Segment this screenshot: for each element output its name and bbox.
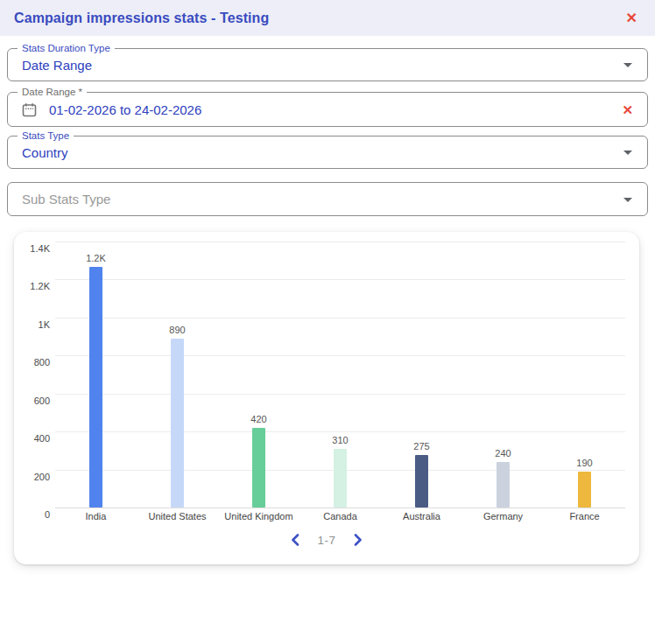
date-range-field[interactable]: Date Range * 01-02-2026 to 24-02-2026 ✕ (7, 92, 648, 127)
x-axis-category-label: United Kingdom (218, 511, 300, 522)
x-axis-category-label: France (544, 511, 626, 522)
gridline (55, 318, 625, 318)
bar-canada[interactable] (334, 449, 347, 508)
bar-germany[interactable] (497, 462, 510, 508)
x-axis-category-label: Canada (299, 511, 382, 522)
stats-type-value: Country (22, 145, 68, 160)
bar-australia[interactable] (415, 455, 428, 508)
calendar-icon[interactable] (22, 102, 37, 117)
date-range-value: 01-02-2026 to 24-02-2026 (49, 102, 201, 117)
date-range-label: Date Range * (18, 87, 87, 98)
clear-date-icon[interactable]: ✕ (622, 103, 633, 116)
chevron-down-icon[interactable] (623, 198, 632, 202)
stats-type-label: Stats Type (18, 130, 74, 142)
y-axis-tick-label: 600 (17, 396, 50, 406)
gridline (55, 355, 625, 356)
gridline (55, 242, 625, 242)
y-axis-tick-label: 800 (17, 357, 50, 368)
bar-value-label: 190 (559, 458, 611, 468)
chevron-down-icon[interactable] (623, 63, 632, 67)
y-axis-tick-label: 0 (17, 509, 50, 520)
bar-value-label: 310 (314, 435, 367, 445)
x-axis-category-label: India (55, 511, 137, 522)
modal-header: Campaign impressions stats - Testing ✕ (0, 0, 655, 36)
gridline (55, 279, 625, 280)
chevron-down-icon[interactable] (623, 150, 632, 155)
gridline (55, 431, 625, 432)
stats-duration-type-select[interactable]: Stats Duration Type Date Range (7, 48, 648, 81)
x-axis-category-label: Australia (381, 511, 463, 522)
gridline (55, 508, 625, 508)
sub-stats-type-select[interactable]: Sub Stats Type (7, 182, 648, 216)
bar-india[interactable] (89, 267, 102, 508)
sub-stats-type-placeholder: Sub Stats Type (22, 192, 110, 206)
stats-duration-type-label: Stats Duration Type (18, 43, 115, 54)
modal-title: Campaign impressions stats - Testing (14, 10, 269, 26)
bar-value-label: 240 (477, 448, 530, 458)
stats-form: Stats Duration Type Date Range Date Rang… (0, 36, 655, 216)
y-axis-tick-label: 1K (17, 319, 50, 330)
stats-type-select[interactable]: Stats Type Country (7, 136, 648, 169)
page-range-label: 1-7 (317, 534, 335, 547)
gridline (55, 394, 625, 395)
chart-card: 1.4K1.2K1K80060040020001.2KIndia890Unite… (14, 232, 639, 564)
x-axis-category-label: Germany (462, 511, 545, 522)
bar-value-label: 1.2K (70, 253, 123, 263)
chevron-left-icon[interactable] (291, 534, 299, 546)
chevron-right-icon[interactable] (354, 534, 363, 546)
bar-united-states[interactable] (171, 339, 184, 508)
bar-value-label: 890 (151, 325, 204, 335)
bar-united-kingdom[interactable] (252, 428, 265, 508)
chart-pagination: 1-7 (14, 529, 639, 550)
close-icon[interactable]: ✕ (626, 11, 637, 25)
bar-france[interactable] (578, 472, 591, 508)
plot-area: 1.4K1.2K1K80060040020001.2KIndia890Unite… (55, 242, 625, 508)
modal-page: { "header": { "title": "Campaign impress… (0, 0, 655, 644)
y-axis-tick-label: 200 (17, 472, 50, 482)
y-axis-tick-label: 1.4K (17, 243, 50, 254)
bar-value-label: 275 (396, 441, 448, 452)
bar-value-label: 420 (233, 414, 285, 424)
y-axis-tick-label: 1.2K (17, 281, 50, 291)
stats-duration-type-value: Date Range (22, 58, 92, 73)
x-axis-category-label: United States (137, 511, 219, 522)
y-axis-tick-label: 400 (17, 433, 50, 444)
